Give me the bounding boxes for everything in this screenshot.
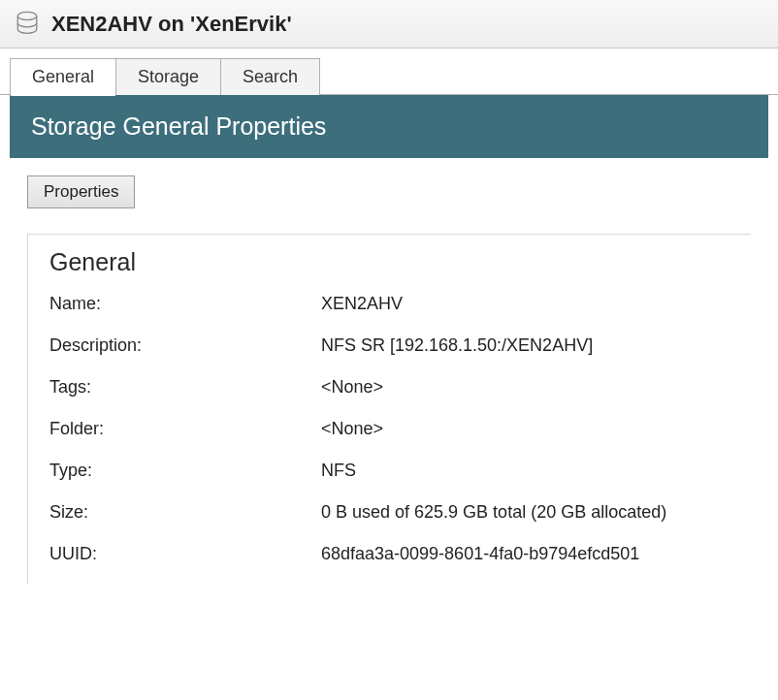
section-title: General <box>49 248 729 276</box>
page-title: Storage General Properties <box>10 95 768 158</box>
value-size: 0 B used of 625.9 GB total (20 GB alloca… <box>321 502 729 523</box>
label-name: Name: <box>49 294 321 314</box>
value-name: XEN2AHV <box>321 294 729 314</box>
tab-general[interactable]: General <box>10 58 116 95</box>
properties-table: Name: XEN2AHV Description: NFS SR [192.1… <box>49 294 729 564</box>
value-folder: <None> <box>321 419 729 439</box>
label-type: Type: <box>49 461 321 481</box>
svg-point-0 <box>17 12 37 19</box>
label-tags: Tags: <box>49 377 321 398</box>
label-size: Size: <box>49 502 321 523</box>
label-uuid: UUID: <box>49 544 321 564</box>
value-type: NFS <box>321 461 729 481</box>
title-bar: XEN2AHV on 'XenErvik' <box>0 0 778 48</box>
tab-storage[interactable]: Storage <box>116 58 221 95</box>
general-section: General Name: XEN2AHV Description: NFS S… <box>27 234 751 584</box>
value-tags: <None> <box>321 377 729 398</box>
value-uuid: 68dfaa3a-0099-8601-4fa0-b9794efcd501 <box>321 544 729 564</box>
value-description: NFS SR [192.168.1.50:/XEN2AHV] <box>321 335 729 356</box>
label-folder: Folder: <box>49 419 321 439</box>
tab-label: Search <box>243 67 298 86</box>
tab-label: General <box>32 67 94 86</box>
storage-icon <box>15 10 51 39</box>
tab-strip: General Storage Search <box>0 48 778 95</box>
window-title: XEN2AHV on 'XenErvik' <box>51 12 292 37</box>
content-area: Properties General Name: XEN2AHV Descrip… <box>0 158 778 601</box>
label-description: Description: <box>49 335 321 356</box>
properties-button[interactable]: Properties <box>27 175 135 208</box>
tab-label: Storage <box>138 67 199 86</box>
tab-search[interactable]: Search <box>221 58 320 95</box>
